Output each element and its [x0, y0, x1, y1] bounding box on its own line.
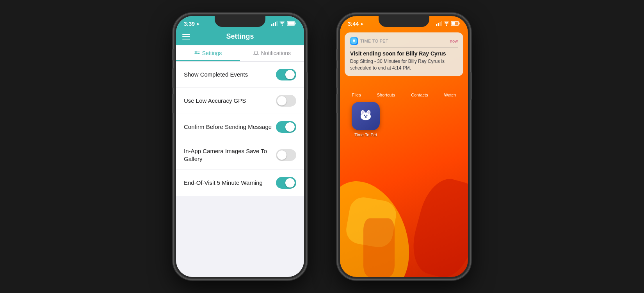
tab-settings-label: Settings [202, 50, 222, 56]
tabs-bar: Settings Notifications [176, 45, 304, 61]
setting-row-visit-warning: End-Of-Visit 5 Minute Warning [176, 170, 304, 196]
tab-settings[interactable]: Settings [176, 45, 240, 61]
svg-rect-14 [441, 21, 443, 26]
phone-1: 3:39 ➤ [174, 14, 306, 279]
volume-up-button [172, 68, 174, 88]
setting-label-show-completed: Show Completed Events [184, 71, 276, 79]
toggle-thumb [285, 178, 295, 188]
time-to-pet-small-icon [351, 38, 357, 44]
phone-2-content: 3:44 ➤ [340, 16, 468, 277]
signal-icon [271, 21, 278, 27]
volume-down-button [172, 94, 174, 113]
page-title: Settings [226, 32, 254, 41]
sliders-icon [194, 50, 200, 56]
dock-tab-watch[interactable]: Watch [444, 93, 456, 97]
svg-rect-0 [271, 24, 272, 26]
svg-point-32 [365, 116, 366, 118]
setting-label-gps: Use Low Accuracy GPS [184, 97, 276, 105]
setting-label-confirm-message: Confirm Before Sending Message [184, 123, 276, 131]
notif-title: Visit ending soon for Billy Ray Cyrus [350, 50, 458, 57]
mute-button [172, 49, 174, 61]
tab-notifications-label: Notifications [261, 50, 291, 56]
settings-list: Show Completed Events Use Low Accuracy G… [176, 61, 304, 277]
notification-card[interactable]: TIME TO PET now Visit ending soon for Bi… [345, 32, 463, 76]
home-app-time-to-pet[interactable]: Time To Pet [352, 102, 380, 137]
svg-point-23 [353, 41, 355, 43]
svg-rect-3 [277, 21, 278, 26]
toggle-camera-gallery[interactable] [276, 149, 296, 161]
status-icons-1 [271, 21, 296, 27]
svg-point-31 [366, 115, 368, 116]
location-icon-2: ➤ [360, 22, 363, 26]
wifi-icon [279, 21, 285, 27]
svg-rect-11 [436, 24, 437, 26]
setting-label-camera-gallery: In-App Camera Images Save To Gallery [184, 147, 276, 163]
tab-notifications[interactable]: Notifications [240, 45, 304, 61]
toggle-gps[interactable] [276, 95, 296, 107]
toggle-thumb [277, 96, 286, 105]
notif-app-info: TIME TO PET [350, 37, 388, 45]
toggle-visit-warning[interactable] [276, 177, 296, 189]
hamburger-menu[interactable] [182, 34, 190, 39]
svg-rect-5 [295, 23, 296, 25]
setting-label-visit-warning: End-Of-Visit 5 Minute Warning [184, 179, 276, 187]
setting-row-confirm-message: Confirm Before Sending Message [176, 114, 304, 140]
toggle-thumb [277, 150, 286, 160]
notif-separator [350, 47, 458, 48]
mute-button-2 [336, 49, 338, 61]
phone-2-screen: 3:44 ➤ [340, 16, 468, 277]
toggle-thumb [285, 122, 295, 132]
phone-2-foreground: 3:44 ➤ [340, 16, 468, 277]
dock-tab-files[interactable]: Files [352, 93, 361, 97]
svg-rect-1 [273, 23, 274, 26]
power-button [306, 72, 308, 100]
battery-icon-2 [451, 21, 460, 27]
svg-point-21 [353, 39, 354, 40]
bell-icon [253, 50, 259, 56]
volume-up-button-2 [336, 68, 338, 88]
dock-tab-contacts[interactable]: Contacts [411, 93, 428, 97]
status-icons-2 [436, 21, 460, 27]
notch-1 [215, 16, 265, 27]
location-icon: ➤ [196, 22, 199, 26]
notif-app-icon [350, 37, 358, 45]
setting-row-camera-gallery: In-App Camera Images Save To Gallery [176, 140, 304, 170]
battery-icon [287, 21, 296, 27]
notif-app-name: TIME TO PET [360, 39, 388, 43]
phone-1-screen: 3:39 ➤ [176, 16, 304, 277]
phone-1-content: 3:39 ➤ [176, 16, 304, 277]
toggle-show-completed-events[interactable] [276, 69, 296, 80]
svg-rect-13 [439, 22, 441, 26]
hamburger-line-1 [182, 34, 190, 35]
svg-rect-18 [455, 22, 458, 25]
notch-2 [379, 16, 429, 27]
svg-rect-16 [459, 23, 460, 25]
notif-time: now [450, 39, 458, 43]
svg-point-22 [354, 39, 355, 40]
wifi-icon-2 [443, 21, 450, 27]
power-button-2 [470, 72, 472, 100]
app-label: Time To Pet [354, 132, 377, 137]
setting-row-show-completed-events: Show Completed Events [176, 61, 304, 88]
phones-container: 3:39 ➤ [174, 14, 470, 279]
hamburger-line-3 [182, 39, 190, 39]
volume-down-button-2 [336, 94, 338, 113]
status-time-2: 3:44 ➤ [348, 21, 363, 27]
svg-point-9 [195, 52, 196, 53]
svg-rect-12 [438, 23, 439, 26]
hamburger-line-2 [182, 36, 190, 37]
svg-point-30 [364, 115, 365, 116]
app-icon-large [352, 102, 380, 130]
svg-rect-2 [275, 22, 276, 26]
phone-2: 3:44 ➤ [338, 14, 470, 279]
status-time-1: 3:39 ➤ [184, 21, 199, 27]
setting-row-gps: Use Low Accuracy GPS [176, 88, 304, 114]
toggle-thumb [285, 70, 295, 79]
dock-tab-shortcuts[interactable]: Shortcuts [377, 93, 395, 97]
notif-body: Dog Sitting - 30 Minutes for Billy Ray C… [350, 58, 458, 71]
toggle-confirm-message[interactable] [276, 121, 296, 133]
notif-header: TIME TO PET now [350, 37, 458, 45]
signal-icon-2 [436, 21, 442, 27]
svg-point-10 [197, 53, 198, 54]
svg-point-29 [362, 113, 369, 120]
